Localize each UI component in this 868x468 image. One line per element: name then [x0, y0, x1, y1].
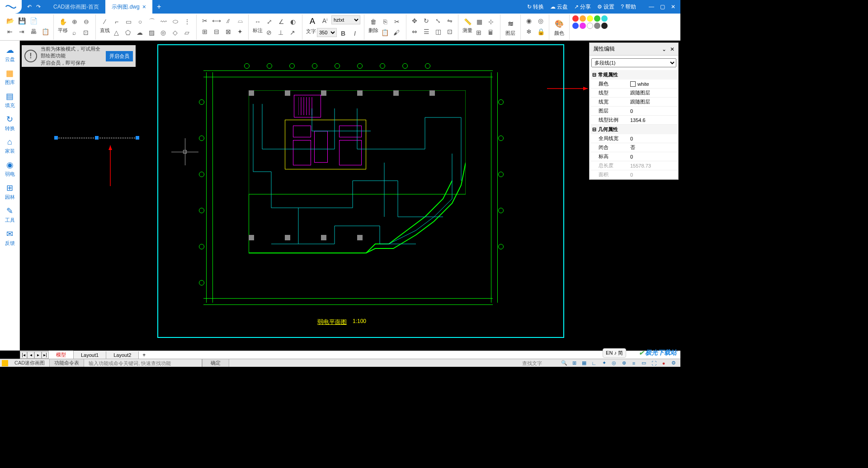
sidebar-feedback[interactable]: ✉反馈: [0, 226, 19, 249]
prop-linetype[interactable]: 线型跟随图层: [590, 89, 677, 98]
help-button[interactable]: ?帮助: [621, 3, 636, 11]
italic-button[interactable]: I: [349, 28, 360, 39]
model-toggle[interactable]: ▭: [640, 360, 648, 367]
color-swatch-cyan[interactable]: [601, 15, 608, 22]
arc-button[interactable]: ⌒: [146, 16, 157, 27]
prop-lineweight[interactable]: 线宽跟随图层: [590, 98, 677, 107]
donut-button[interactable]: ◎: [158, 27, 169, 38]
sidebar-fill[interactable]: ▤填充: [0, 89, 19, 112]
dim-diameter-button[interactable]: ⊘: [264, 27, 274, 38]
scale-button[interactable]: ⤡: [433, 15, 443, 26]
new-button[interactable]: 📄: [28, 15, 39, 26]
color-swatch-yellow[interactable]: [587, 15, 593, 22]
print-button[interactable]: 🖶: [28, 26, 39, 37]
text-button[interactable]: A: [306, 15, 319, 28]
rect-button[interactable]: ▭: [123, 16, 134, 27]
settings-button[interactable]: ⚙设置: [597, 3, 614, 11]
line-button[interactable]: ∕: [99, 16, 110, 27]
save-button[interactable]: 💾: [16, 15, 27, 26]
chevron-down-icon[interactable]: ⌄: [662, 46, 666, 52]
layer-lock-button[interactable]: 🔒: [535, 26, 546, 37]
font-name-select[interactable]: hztxt: [331, 15, 360, 24]
search-icon[interactable]: 🔍: [560, 360, 568, 367]
join-button[interactable]: ⊠: [223, 26, 234, 37]
prop-closed[interactable]: 闭合否: [590, 143, 677, 152]
stretch-button[interactable]: ⇔: [409, 26, 420, 37]
open-button[interactable]: 📂: [5, 15, 15, 26]
dim-aligned-button[interactable]: ⤢: [264, 16, 275, 27]
prop-color[interactable]: 颜色white: [590, 80, 677, 89]
polyline-button[interactable]: ⌐: [111, 16, 122, 27]
sidebar-garden[interactable]: ⊞园林: [0, 180, 19, 203]
triangle-button[interactable]: △: [111, 27, 122, 38]
area-button[interactable]: ▦: [474, 16, 485, 27]
drawing-canvas[interactable]: 弱电平面图 1:100: [20, 41, 680, 351]
layer-freeze-button[interactable]: ❄: [524, 26, 534, 37]
snap-toggle[interactable]: ⊞: [570, 360, 578, 367]
prop-ltscale[interactable]: 线型比例1354.6: [590, 116, 677, 125]
group-button[interactable]: ◫: [433, 26, 443, 37]
polar-toggle[interactable]: ✦: [600, 360, 608, 367]
redo-button[interactable]: ↷: [34, 3, 42, 11]
close-button[interactable]: ✕: [669, 2, 678, 11]
add-tab-button[interactable]: +: [152, 0, 165, 14]
zoom-window-button[interactable]: ⌕: [69, 27, 80, 38]
pan-hand-button[interactable]: ✋: [57, 16, 68, 27]
prev-tab-button[interactable]: ◂: [27, 351, 34, 359]
dim-ordinate-button[interactable]: ⊥: [275, 27, 286, 38]
osnap-toggle[interactable]: ◎: [610, 360, 618, 367]
ok-button[interactable]: 确定: [202, 359, 229, 367]
cloud-button[interactable]: ☁: [134, 27, 145, 38]
rotate-button[interactable]: ↻: [421, 15, 432, 26]
trim-button[interactable]: ✂: [199, 15, 210, 26]
ellipse-button[interactable]: ⬭: [170, 16, 181, 27]
upgrade-button[interactable]: 开启会员: [106, 51, 133, 61]
coord-button[interactable]: ⊹: [486, 16, 496, 27]
prop-globalwidth[interactable]: 全局线宽0: [590, 134, 677, 143]
calc-button[interactable]: 🖩: [485, 27, 496, 38]
zoom-out-button[interactable]: ⊖: [81, 16, 92, 27]
ime-badge[interactable]: EN ♪ 简: [603, 348, 626, 358]
explode-button[interactable]: ✦: [235, 26, 245, 37]
section-general[interactable]: ⊟常规属性: [590, 70, 677, 80]
command-tab[interactable]: 功能命令表: [50, 359, 84, 367]
add-layout-button[interactable]: +: [139, 351, 149, 359]
fullscreen-toggle[interactable]: ⛶: [650, 360, 658, 367]
table-button[interactable]: ⊞: [473, 27, 484, 38]
spline-button[interactable]: 〰: [158, 16, 169, 27]
array-button[interactable]: ⊞: [199, 26, 210, 37]
lwt-toggle[interactable]: ≡: [630, 360, 638, 367]
undo-button[interactable]: ↶: [25, 3, 33, 11]
zoom-in-button[interactable]: ⊕: [69, 16, 80, 27]
circle-button[interactable]: ○: [135, 16, 146, 27]
zoom-extent-button[interactable]: ⊡: [80, 27, 91, 38]
color-swatch-red[interactable]: [572, 15, 579, 22]
settings2-button[interactable]: ⚙: [670, 360, 678, 367]
color-swatch-white[interactable]: [587, 23, 593, 29]
layout1-tab[interactable]: Layout1: [74, 351, 106, 359]
fillet-button[interactable]: ⌓: [235, 15, 245, 26]
object-type-select[interactable]: 多段线(1): [591, 58, 676, 67]
close-icon[interactable]: ×: [142, 3, 146, 10]
mtext-button[interactable]: Aⁱ: [320, 15, 330, 26]
shape2-button[interactable]: ▱: [181, 27, 192, 38]
export-button[interactable]: ⇥: [16, 26, 27, 37]
last-tab-button[interactable]: ▸|: [42, 351, 49, 359]
first-tab-button[interactable]: |◂: [20, 351, 27, 359]
sidebar-convert[interactable]: ↻转换: [0, 112, 19, 135]
layer-on-button[interactable]: ◉: [524, 15, 534, 26]
section-geometry[interactable]: ⊟几何属性: [590, 125, 677, 134]
matchprop-button[interactable]: 🖌: [391, 27, 402, 38]
offset-button[interactable]: ⫽: [223, 15, 234, 26]
color-swatch-gray[interactable]: [594, 23, 600, 29]
grip-start[interactable]: [54, 136, 58, 140]
dist-button[interactable]: 📏: [462, 16, 473, 27]
paste-button[interactable]: 📋: [379, 27, 390, 38]
grid-toggle[interactable]: ▦: [580, 360, 588, 367]
close-icon[interactable]: ✕: [670, 46, 675, 52]
import-button[interactable]: ⇤: [5, 26, 15, 37]
next-tab-button[interactable]: ▸: [34, 351, 42, 359]
sidebar-gallery[interactable]: ▦图库: [0, 66, 19, 89]
layout2-tab[interactable]: Layout2: [106, 351, 139, 359]
mirror-button[interactable]: ⇋: [444, 15, 455, 26]
